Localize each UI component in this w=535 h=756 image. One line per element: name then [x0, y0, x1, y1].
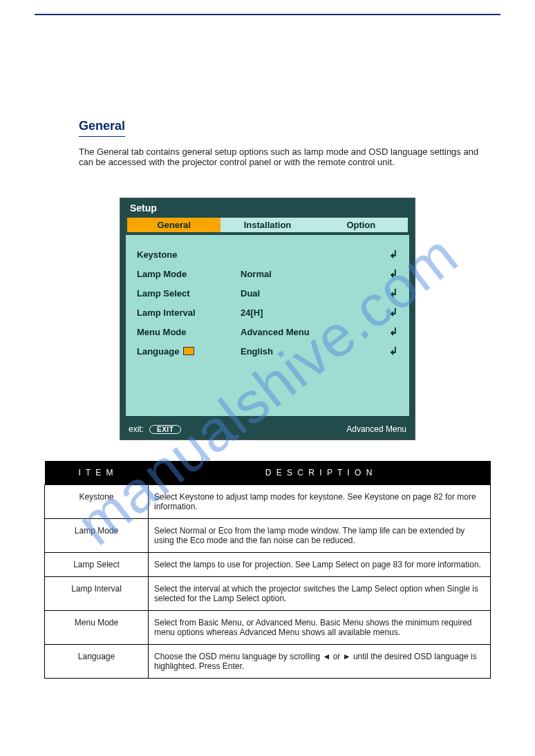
osd-tabs: General Installation Option	[120, 218, 415, 235]
table-cell-item: Language	[45, 645, 149, 679]
osd-tab-option[interactable]: Option	[315, 218, 408, 232]
osd-title: Setup	[120, 198, 415, 218]
table-cell-desc: Select Normal or Eco from the lamp mode …	[149, 519, 491, 553]
osd-row-lamp-mode[interactable]: Lamp Mode Normal ↲	[137, 264, 398, 283]
table-cell-item: Lamp Mode	[45, 519, 149, 553]
enter-arrow-icon: ↲	[386, 306, 398, 319]
table-cell-item: Lamp Select	[45, 553, 149, 577]
table-cell-item: Keystone	[45, 485, 149, 519]
enter-arrow-icon: ↲	[386, 248, 398, 261]
description-table: I T E M D E S C R I P T I O N Keystone S…	[44, 461, 491, 679]
osd-row-value: Advanced Menu	[241, 327, 386, 337]
enter-arrow-icon: ↲	[386, 287, 398, 299]
table-row: Keystone Select Keystone to adjust lamp …	[45, 485, 491, 519]
osd-row-label: Lamp Mode	[137, 269, 241, 279]
enter-arrow-icon: ↲	[386, 325, 398, 338]
osd-tab-general[interactable]: General	[127, 218, 220, 232]
language-icon	[183, 347, 194, 355]
osd-row-label: Lamp Select	[137, 288, 241, 299]
table-row: Menu Mode Select from Basic Menu, or Adv…	[45, 611, 491, 645]
table-row: Lamp Interval Select the interval at whi…	[45, 577, 491, 611]
osd-row-label: Language	[137, 346, 241, 357]
section-description: The General tab contains general setup o…	[79, 147, 491, 167]
osd-row-value: English	[241, 346, 386, 357]
enter-arrow-icon: ↲	[386, 267, 398, 280]
osd-row-language[interactable]: Language English ↲	[137, 341, 398, 361]
osd-body: Keystone ↲ Lamp Mode Normal ↲ Lamp Selec…	[126, 235, 409, 416]
table-cell-desc: Select the lamps to use for projection. …	[149, 553, 491, 577]
osd-row-keystone[interactable]: Keystone ↲	[137, 245, 398, 264]
table-cell-item: Lamp Interval	[45, 577, 149, 611]
osd-window: Setup General Installation Option Keysto…	[120, 198, 415, 440]
osd-row-value: Normal	[241, 269, 386, 279]
table-row: Lamp Mode Select Normal or Eco from the …	[45, 519, 491, 553]
table-cell-item: Menu Mode	[45, 611, 149, 645]
osd-row-value: 24[H]	[241, 308, 386, 318]
description-table-wrap: I T E M D E S C R I P T I O N Keystone S…	[44, 461, 491, 679]
enter-arrow-icon: ↲	[386, 345, 398, 357]
osd-footer-right: Advanced Menu	[346, 424, 406, 434]
osd-row-lamp-interval[interactable]: Lamp Interval 24[H] ↲	[137, 303, 398, 322]
osd-screenshot: Setup General Installation Option Keysto…	[44, 198, 491, 440]
osd-footer: exit: EXIT Advanced Menu	[120, 420, 415, 440]
osd-tab-installation[interactable]: Installation	[220, 218, 314, 232]
section-heading: General	[79, 119, 125, 137]
exit-button-icon: EXIT	[149, 425, 181, 434]
osd-row-lamp-select[interactable]: Lamp Select Dual ↲	[137, 283, 398, 303]
section: General The General tab contains general…	[79, 119, 491, 167]
table-head-item: I T E M	[45, 461, 149, 485]
osd-row-label: Keystone	[137, 249, 241, 260]
osd-row-value: Dual	[241, 288, 386, 299]
osd-row-label: Lamp Interval	[137, 308, 241, 318]
page-content: General The General tab contains general…	[0, 15, 535, 706]
osd-row-label: Menu Mode	[137, 327, 241, 337]
table-cell-desc: Select Keystone to adjust lamp modes for…	[149, 485, 491, 519]
table-cell-desc: Select from Basic Menu, or Advanced Menu…	[149, 611, 491, 645]
table-row: Language Choose the OSD menu language by…	[45, 645, 491, 679]
osd-row-label-text: Language	[137, 346, 179, 357]
osd-footer-left: exit: EXIT	[129, 424, 181, 434]
osd-row-menu-mode[interactable]: Menu Mode Advanced Menu ↲	[137, 322, 398, 341]
osd-footer-exit-label: exit:	[129, 424, 144, 434]
table-cell-desc: Choose the OSD menu language by scrollin…	[149, 645, 491, 679]
table-head-desc: D E S C R I P T I O N	[149, 461, 491, 485]
table-cell-desc: Select the interval at which the project…	[149, 577, 491, 611]
table-row: Lamp Select Select the lamps to use for …	[45, 553, 491, 577]
